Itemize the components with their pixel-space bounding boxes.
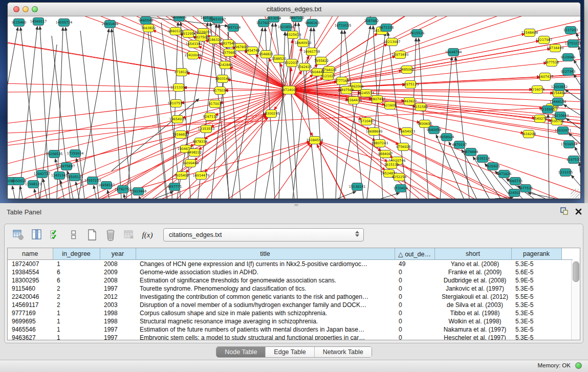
table-row[interactable]: 1872400712008Changes of HCN gene express…: [8, 260, 573, 269]
graph-node[interactable]: 2718126: [175, 69, 189, 76]
graph-node[interactable]: 19734493: [547, 45, 564, 52]
table-cell[interactable]: 1: [53, 260, 100, 269]
graph-node[interactable]: 9227343: [561, 68, 575, 76]
graph-node[interactable]: 8813054: [267, 16, 281, 23]
table-cell[interactable]: 2003: [100, 301, 136, 309]
table-cell[interactable]: 1997: [100, 334, 136, 340]
table-cell[interactable]: 19384554: [8, 268, 53, 276]
table-cell[interactable]: 0: [395, 325, 434, 334]
column-header-in_degree[interactable]: in_degree: [53, 248, 100, 260]
graph-node[interactable]: 9465546: [139, 17, 153, 25]
table-row[interactable]: 2242004622012Investigating the contribut…: [8, 293, 573, 301]
graph-node[interactable]: 1877518: [545, 59, 559, 67]
table-cell[interactable]: Hescheler et al. (1997): [434, 334, 511, 340]
column-header-out_de[interactable]: △ out_de…: [395, 248, 434, 260]
graph-node[interactable]: 1616208: [521, 130, 536, 138]
table-cell[interactable]: 5.3E-5: [511, 317, 561, 325]
table-cell[interactable]: 18724007: [8, 260, 53, 269]
graph-node[interactable]: 8454749: [245, 47, 259, 55]
graph-node[interactable]: 12975123: [402, 81, 419, 89]
graph-node[interactable]: 1216074: [530, 86, 545, 94]
graph-node[interactable]: 1733426: [394, 185, 408, 192]
tab-node-table[interactable]: Node Table: [216, 347, 265, 357]
delete-table-icon[interactable]: [122, 228, 136, 242]
graph-node[interactable]: 1065731: [508, 178, 522, 185]
table-cell[interactable]: Genome-wide association studies in ADHD.: [136, 268, 395, 276]
table-cell[interactable]: 0: [395, 301, 434, 309]
graph-node[interactable]: 5878334: [193, 138, 207, 146]
table-cell[interactable]: Franke et al. (2009): [434, 268, 511, 276]
graph-node[interactable]: 7663822: [141, 25, 156, 32]
table-cell[interactable]: Wolkin et al. (1998): [434, 317, 511, 325]
table-cell[interactable]: 1998: [100, 317, 136, 325]
table-cell[interactable]: 18300295: [8, 276, 53, 285]
table-cell[interactable]: 0: [395, 293, 434, 301]
resize-grip-icon[interactable]: [571, 189, 580, 198]
graph-node[interactable]: 9242848: [218, 61, 232, 69]
table-cell[interactable]: 5.6E-5: [511, 268, 561, 276]
table-cell[interactable]: 2: [53, 285, 100, 293]
graph-node[interactable]: 18724007: [281, 86, 298, 94]
table-cell[interactable]: Embryonic stem cells: a model to study s…: [136, 334, 395, 340]
graph-node[interactable]: 19218506: [278, 24, 295, 31]
graph-node[interactable]: 8252254: [392, 173, 406, 181]
table-row[interactable]: 969969511998Structural magnetic resonanc…: [8, 317, 573, 325]
table-cell[interactable]: 9699695: [8, 317, 53, 325]
graph-node[interactable]: 9375685: [222, 49, 236, 57]
table-cell[interactable]: 1997: [100, 285, 136, 293]
table-cell[interactable]: 5.3E-5: [511, 260, 561, 269]
graph-node[interactable]: 9699695: [172, 16, 186, 21]
scrollbar-thumb[interactable]: [573, 261, 579, 282]
column-header-short[interactable]: short: [434, 248, 511, 260]
table-cell[interactable]: 2008: [100, 260, 136, 269]
graph-node[interactable]: 9466163: [305, 19, 319, 27]
graph-node[interactable]: 7857224: [226, 24, 241, 32]
table-cell[interactable]: Corpus callosum shape and size in male p…: [136, 309, 395, 317]
graph-node[interactable]: 16099489: [182, 160, 199, 167]
close-panel-icon[interactable]: [575, 208, 582, 217]
graph-node[interactable]: 8471626: [497, 170, 511, 178]
table-cell[interactable]: 2: [53, 293, 100, 301]
row-selection-icon[interactable]: [49, 228, 62, 242]
table-cell[interactable]: 0: [395, 285, 434, 293]
graph-node[interactable]: 2087682: [364, 17, 379, 25]
graph-node[interactable]: 8186328: [207, 36, 222, 44]
graph-node[interactable]: 12923468: [130, 188, 147, 195]
vertical-scrollbar[interactable]: [571, 260, 580, 340]
column-header-pagerank[interactable]: pagerank: [511, 248, 561, 260]
table-cell[interactable]: 1: [53, 334, 100, 340]
table-cell[interactable]: 22420046: [8, 293, 53, 301]
graph-node[interactable]: 10653287: [209, 16, 226, 24]
table-cell[interactable]: 5.3E-5: [511, 285, 561, 293]
graph-node[interactable]: 8950518: [12, 178, 26, 185]
table-cell[interactable]: 1: [53, 325, 100, 334]
table-row[interactable]: 946362711997Embryonic stem cells: a mode…: [8, 334, 573, 340]
graph-node[interactable]: 8215955: [540, 106, 555, 114]
graph-node[interactable]: 11568123: [25, 181, 42, 188]
table-cell[interactable]: 5.3E-5: [511, 309, 561, 317]
graph-node[interactable]: 621608: [384, 102, 396, 110]
graph-node[interactable]: 8958924: [440, 134, 454, 141]
graph-node[interactable]: 2935114: [475, 155, 490, 163]
column-header-year[interactable]: year: [100, 248, 136, 260]
graph-node[interactable]: 1562615: [297, 63, 312, 71]
table-row[interactable]: 911546021997Tourette syndrome. Phenomeno…: [8, 285, 573, 293]
hide-rows-icon[interactable]: [67, 228, 80, 242]
tab-network-table[interactable]: Network Table: [314, 347, 372, 357]
table-header-row[interactable]: namein_degreeyeartitle△ out_de…shortpage…: [8, 248, 573, 260]
table-cell[interactable]: Yano et al. (2008): [434, 260, 511, 269]
table-cell[interactable]: Estimation of the future numbers of pati…: [136, 325, 395, 334]
graph-node[interactable]: 917003: [209, 100, 221, 108]
table-cell[interactable]: Estimation of significance thresholds fo…: [136, 276, 395, 285]
table-cell[interactable]: Changes of HCN gene expression and I(f) …: [136, 260, 395, 269]
table-cell[interactable]: 9465546: [8, 325, 53, 334]
graph-node[interactable]: 1167531: [567, 156, 580, 164]
graph-node[interactable]: 7925402: [175, 172, 189, 180]
graph-node[interactable]: 7632621: [486, 163, 500, 170]
table-row[interactable]: 977716911998Corpus callosum shape and si…: [8, 309, 573, 317]
table-cell[interactable]: 6: [53, 268, 100, 276]
table-cell[interactable]: 14569117: [8, 301, 53, 309]
graph-node[interactable]: 1549278: [533, 115, 547, 123]
table-cell[interactable]: 9115460: [8, 285, 53, 293]
window-titlebar[interactable]: citations_edges.txt: [8, 3, 580, 16]
